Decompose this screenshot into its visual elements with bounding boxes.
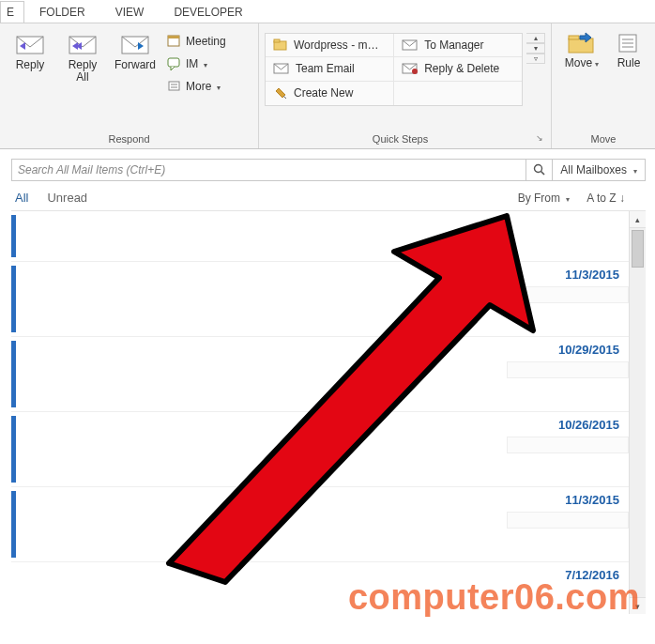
message-item[interactable]: 11/3/2015 bbox=[11, 487, 629, 562]
group-label-quicksteps: Quick Steps ↘ bbox=[265, 133, 545, 146]
reply-icon bbox=[14, 31, 46, 57]
scroll-up-button[interactable]: ▴ bbox=[630, 211, 646, 228]
quicksteps-scroll-up[interactable]: ▴ bbox=[526, 33, 545, 43]
quickstep-reply-delete[interactable]: Reply & Delete bbox=[394, 57, 522, 81]
search-icon bbox=[533, 163, 546, 176]
group-label-respond: Respond bbox=[6, 133, 252, 146]
quickstep-to-manager[interactable]: To Manager bbox=[394, 34, 522, 57]
chevron-down-icon bbox=[215, 80, 221, 93]
svg-rect-15 bbox=[569, 38, 593, 53]
filter-all[interactable]: All bbox=[15, 191, 28, 205]
im-icon bbox=[167, 56, 182, 71]
svg-rect-4 bbox=[168, 36, 179, 38]
reply-delete-icon bbox=[402, 62, 419, 75]
forward-icon bbox=[119, 31, 151, 57]
svg-rect-10 bbox=[274, 39, 280, 42]
svg-line-22 bbox=[541, 172, 544, 176]
unread-indicator bbox=[11, 416, 16, 483]
quicksteps-expand[interactable]: ▿ bbox=[526, 54, 545, 64]
search-scope-dropdown[interactable]: All Mailboxes bbox=[553, 159, 646, 181]
rules-button[interactable]: Rule bbox=[610, 27, 647, 69]
message-item[interactable] bbox=[11, 211, 629, 262]
svg-rect-5 bbox=[168, 58, 179, 67]
group-label-move: Move bbox=[557, 133, 649, 146]
tab-developer[interactable]: DEVELOPER bbox=[159, 2, 257, 23]
quickstep-team-email[interactable]: Team Email bbox=[266, 57, 394, 81]
svg-point-21 bbox=[534, 165, 541, 173]
message-preview-bar bbox=[507, 286, 629, 303]
create-new-icon bbox=[273, 85, 288, 100]
quicksteps-launcher-icon[interactable]: ↘ bbox=[536, 133, 545, 143]
message-preview-bar bbox=[507, 437, 629, 453]
more-button[interactable]: More bbox=[163, 76, 250, 97]
unread-indicator bbox=[11, 491, 16, 558]
message-preview-bar bbox=[507, 361, 629, 378]
message-list: ▴ ▾ 11/3/2015 10/29/2015 10/26/2015 11/3… bbox=[11, 210, 646, 614]
unread-indicator bbox=[11, 215, 16, 257]
message-item[interactable]: 10/29/2015 bbox=[11, 337, 629, 412]
search-button[interactable] bbox=[526, 159, 553, 181]
message-date: 11/3/2015 bbox=[565, 268, 619, 282]
search-input[interactable]: Search All Mail Items (Ctrl+E) bbox=[11, 159, 526, 181]
reply-all-button[interactable]: Reply All bbox=[58, 27, 107, 84]
watermark: computer06.com bbox=[348, 577, 640, 618]
move-folder-icon bbox=[567, 31, 597, 55]
folder-move-icon bbox=[273, 38, 288, 53]
chevron-down-icon bbox=[202, 57, 207, 70]
to-manager-icon bbox=[402, 38, 419, 52]
message-preview-bar bbox=[507, 512, 629, 529]
tab-folder[interactable]: FOLDER bbox=[24, 2, 100, 23]
rules-icon bbox=[617, 31, 640, 55]
ribbon-group-move: Move Rule Move bbox=[552, 23, 655, 148]
chevron-down-icon bbox=[631, 163, 637, 176]
message-date: 10/29/2015 bbox=[558, 343, 619, 357]
message-item[interactable]: 10/26/2015 bbox=[11, 412, 629, 487]
meeting-button[interactable]: Meeting bbox=[163, 31, 250, 52]
im-button[interactable]: IM bbox=[163, 54, 250, 74]
svg-point-14 bbox=[412, 69, 418, 74]
forward-button[interactable]: Forward bbox=[111, 27, 160, 71]
svg-rect-16 bbox=[569, 36, 579, 39]
scroll-thumb[interactable] bbox=[632, 230, 644, 268]
sort-by-dropdown[interactable]: By From bbox=[518, 192, 571, 205]
quickstep-empty bbox=[394, 82, 522, 105]
message-item[interactable]: 11/3/2015 bbox=[11, 262, 629, 337]
message-date: 10/26/2015 bbox=[558, 418, 619, 432]
sort-order-toggle[interactable]: A to Z ↓ bbox=[586, 192, 625, 205]
meeting-icon bbox=[167, 34, 182, 49]
content-area: Search All Mail Items (Ctrl+E) All Mailb… bbox=[0, 159, 655, 614]
ribbon-group-quicksteps: Wordpress - m… To Manager Team Email Rep… bbox=[259, 23, 552, 148]
ribbon: Reply Reply All Forward Meeting IM bbox=[0, 23, 655, 149]
team-email-icon bbox=[273, 62, 290, 75]
tab-strip: E FOLDER VIEW DEVELOPER bbox=[0, 0, 655, 23]
quicksteps-scroll-down[interactable]: ▾ bbox=[526, 43, 545, 54]
tab-home-partial[interactable]: E bbox=[0, 1, 24, 23]
ribbon-group-respond: Reply Reply All Forward Meeting IM bbox=[0, 23, 259, 148]
reply-button[interactable]: Reply bbox=[6, 27, 54, 71]
tab-view[interactable]: VIEW bbox=[100, 2, 160, 23]
message-date: 11/3/2015 bbox=[565, 493, 619, 507]
reply-all-icon bbox=[67, 31, 99, 57]
quickstep-wordpress[interactable]: Wordpress - m… bbox=[266, 34, 394, 57]
unread-indicator bbox=[11, 266, 16, 332]
quicksteps-gallery: Wordpress - m… To Manager Team Email Rep… bbox=[265, 33, 523, 106]
filter-unread[interactable]: Unread bbox=[47, 191, 87, 205]
move-button[interactable]: Move bbox=[557, 27, 606, 70]
unread-indicator bbox=[11, 341, 16, 407]
chevron-down-icon bbox=[592, 56, 599, 69]
svg-rect-6 bbox=[169, 82, 179, 90]
more-icon bbox=[167, 79, 182, 94]
quickstep-create-new[interactable]: Create New bbox=[266, 82, 394, 105]
scrollbar[interactable]: ▴ ▾ bbox=[629, 211, 646, 614]
chevron-down-icon bbox=[563, 192, 570, 205]
